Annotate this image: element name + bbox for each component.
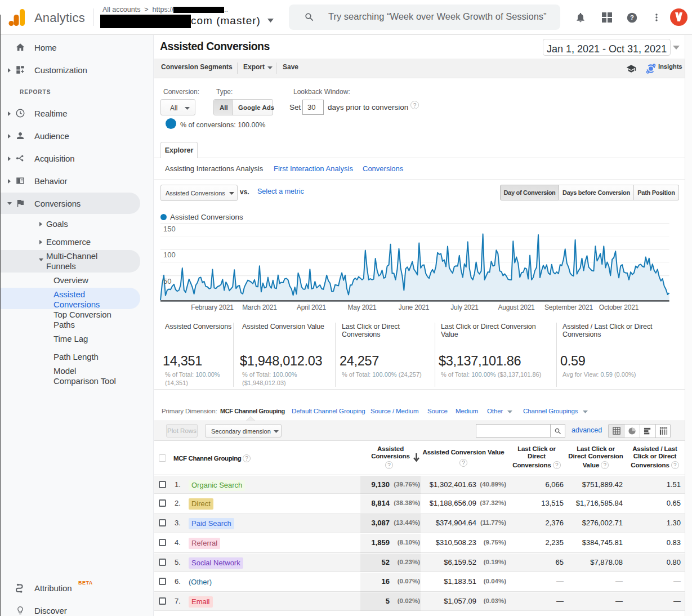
svg-text:May 2021: May 2021 [347, 303, 377, 311]
svg-text:July 2021: July 2021 [450, 303, 479, 311]
svg-text:September 2021: September 2021 [544, 303, 593, 311]
svg-text:April 2021: April 2021 [297, 303, 327, 311]
svg-text:50: 50 [163, 277, 171, 285]
svg-text:150: 150 [163, 225, 176, 233]
svg-text:June 2021: June 2021 [399, 303, 430, 311]
svg-text:100: 100 [163, 251, 176, 259]
svg-text:?: ? [630, 14, 634, 21]
svg-text:October 2021: October 2021 [599, 303, 639, 311]
svg-text:March 2021: March 2021 [242, 303, 277, 311]
svg-text:August 2021: August 2021 [498, 303, 535, 311]
svg-text:February 2021: February 2021 [191, 303, 234, 311]
